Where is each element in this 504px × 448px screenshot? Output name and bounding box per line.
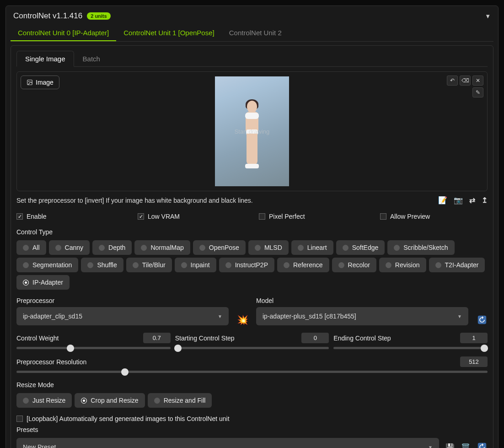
radio-label: All bbox=[32, 244, 40, 251]
units-badge: 2 units bbox=[87, 12, 110, 20]
controltype-depth[interactable]: Depth bbox=[92, 240, 132, 255]
radio-label: MLSD bbox=[264, 244, 282, 251]
erase-icon[interactable]: ⌫ bbox=[460, 76, 471, 86]
start-step-slider[interactable] bbox=[175, 347, 329, 349]
refresh-models-icon[interactable] bbox=[477, 314, 488, 325]
checkbox-label: Pixel Perfect bbox=[269, 213, 305, 220]
collapse-icon[interactable]: ▼ bbox=[485, 13, 491, 20]
checkbox-low-vram[interactable] bbox=[138, 213, 144, 220]
refresh-presets-icon[interactable] bbox=[477, 442, 488, 448]
control-weight-slider[interactable] bbox=[16, 347, 171, 349]
close-icon[interactable]: ✕ bbox=[472, 76, 483, 86]
preprocessor-select[interactable]: ip-adapter_clip_sd15 ▼ bbox=[16, 307, 229, 325]
undo-icon[interactable]: ↶ bbox=[447, 76, 458, 86]
resizemode-crop-and-resize[interactable]: Crop and Resize bbox=[75, 393, 145, 408]
controltype-recolor[interactable]: Recolor bbox=[332, 258, 376, 272]
chevron-down-icon: ▼ bbox=[457, 314, 462, 319]
radio-icon bbox=[81, 398, 87, 404]
model-select[interactable]: ip-adapter-plus_sd15 [c817b455] ▼ bbox=[256, 307, 468, 325]
radio-icon bbox=[343, 245, 349, 251]
radio-icon bbox=[435, 262, 441, 268]
image-mode-tabs: Single Image Batch bbox=[16, 50, 488, 67]
checkbox-label: Low VRAM bbox=[148, 213, 180, 220]
tab-unit-2[interactable]: ControlNet Unit 2 bbox=[222, 25, 289, 41]
swap-dimensions-icon[interactable]: ⇄ bbox=[469, 196, 475, 205]
controltype-segmentation[interactable]: Segmentation bbox=[16, 258, 78, 272]
radio-label: Lineart bbox=[307, 244, 327, 251]
controltype-shuffle[interactable]: Shuffle bbox=[81, 258, 123, 272]
controltype-t2i-adapter[interactable]: T2I-Adapter bbox=[429, 258, 485, 272]
radio-label: Just Resize bbox=[32, 397, 65, 404]
tab-single-image[interactable]: Single Image bbox=[16, 51, 74, 67]
radio-icon bbox=[181, 262, 187, 268]
save-preset-icon[interactable]: 💾 bbox=[445, 443, 455, 448]
radio-icon bbox=[23, 245, 29, 251]
controltype-lineart[interactable]: Lineart bbox=[291, 240, 333, 255]
radio-label: Segmentation bbox=[32, 261, 72, 269]
preprocessor-hint: Set the preprocessor to [invert] If your… bbox=[16, 197, 434, 204]
end-step-label: Ending Control Step bbox=[333, 335, 391, 342]
send-up-icon[interactable]: ↥ bbox=[482, 196, 488, 205]
resolution-value[interactable]: 512 bbox=[460, 356, 488, 367]
checkbox-label: Enable bbox=[27, 213, 47, 220]
controltype-softedge[interactable]: SoftEdge bbox=[336, 240, 385, 255]
checkbox-pixel-perfect[interactable] bbox=[259, 213, 265, 220]
resizemode-resize-and-fill[interactable]: Resize and Fill bbox=[148, 393, 212, 408]
svg-point-1 bbox=[28, 81, 29, 82]
unit-tabs: ControlNet Unit 0 [IP-Adapter] ControlNe… bbox=[11, 25, 493, 42]
loopback-checkbox[interactable] bbox=[16, 416, 23, 422]
panel-title: ControlNet v1.1.416 bbox=[13, 11, 82, 21]
control-weight-value[interactable]: 0.7 bbox=[143, 333, 171, 343]
start-step-value[interactable]: 0 bbox=[301, 333, 329, 343]
radio-label: Recolor bbox=[348, 261, 370, 269]
radio-icon bbox=[154, 398, 160, 404]
end-step-value[interactable]: 1 bbox=[460, 333, 488, 343]
resize-mode-label: Resize Mode bbox=[16, 381, 488, 389]
radio-label: Resize and Fill bbox=[164, 397, 206, 404]
image-preview: Start drawing bbox=[215, 76, 289, 186]
image-drop-area[interactable]: Image Start drawing ↶ ⌫ ✕ ✎ bbox=[16, 71, 488, 191]
controltype-instructp2p[interactable]: InstructP2P bbox=[219, 258, 274, 272]
controltype-scribble-sketch[interactable]: Scribble/Sketch bbox=[387, 240, 454, 255]
controltype-all[interactable]: All bbox=[16, 240, 46, 255]
controltype-ip-adapter[interactable]: IP-Adapter bbox=[16, 275, 70, 290]
image-button-label: Image bbox=[36, 79, 54, 86]
radio-label: SoftEdge bbox=[352, 244, 379, 251]
image-upload-button[interactable]: Image bbox=[21, 76, 59, 89]
preprocessor-label: Preprocessor bbox=[16, 297, 229, 304]
controltype-openpose[interactable]: OpenPose bbox=[193, 240, 246, 255]
controltype-normalmap[interactable]: NormalMap bbox=[134, 240, 190, 255]
radio-icon bbox=[284, 262, 290, 268]
controltype-inpaint[interactable]: Inpaint bbox=[175, 258, 216, 272]
image-icon bbox=[27, 79, 33, 86]
delete-preset-icon[interactable]: 🗑️ bbox=[461, 443, 470, 448]
pen-icon[interactable]: ✎ bbox=[472, 87, 483, 97]
draw-hint: Start drawing bbox=[235, 128, 270, 135]
radio-icon bbox=[99, 245, 105, 251]
tab-batch[interactable]: Batch bbox=[74, 51, 109, 67]
resizemode-just-resize[interactable]: Just Resize bbox=[16, 393, 72, 408]
run-preprocessor-icon[interactable]: 💥 bbox=[237, 314, 248, 325]
radio-icon bbox=[386, 262, 391, 268]
resolution-slider[interactable] bbox=[16, 371, 488, 373]
preprocessor-value: ip-adapter_clip_sd15 bbox=[23, 313, 82, 320]
tab-unit-1[interactable]: ControlNet Unit 1 [OpenPose] bbox=[116, 25, 221, 41]
tab-unit-0[interactable]: ControlNet Unit 0 [IP-Adapter] bbox=[11, 25, 116, 41]
checkbox-enable[interactable] bbox=[16, 213, 23, 220]
chevron-down-icon: ▼ bbox=[428, 445, 433, 448]
radio-icon bbox=[255, 245, 261, 251]
radio-icon bbox=[133, 262, 139, 268]
camera-icon[interactable]: 📷 bbox=[454, 196, 463, 205]
chevron-down-icon: ▼ bbox=[218, 314, 222, 319]
controltype-canny[interactable]: Canny bbox=[49, 240, 90, 255]
controltype-mlsd[interactable]: MLSD bbox=[248, 240, 289, 255]
presets-label: Presets bbox=[16, 426, 488, 433]
new-canvas-icon[interactable]: 📝 bbox=[438, 196, 447, 205]
controltype-revision[interactable]: Revision bbox=[379, 258, 426, 272]
end-step-slider[interactable] bbox=[333, 347, 488, 349]
radio-label: T2I-Adapter bbox=[445, 261, 479, 269]
checkbox-allow-preview[interactable] bbox=[380, 213, 386, 220]
controltype-tile-blur[interactable]: Tile/Blur bbox=[126, 258, 172, 272]
controltype-reference[interactable]: Reference bbox=[277, 258, 329, 272]
presets-select[interactable]: New Preset ▼ bbox=[16, 438, 439, 448]
